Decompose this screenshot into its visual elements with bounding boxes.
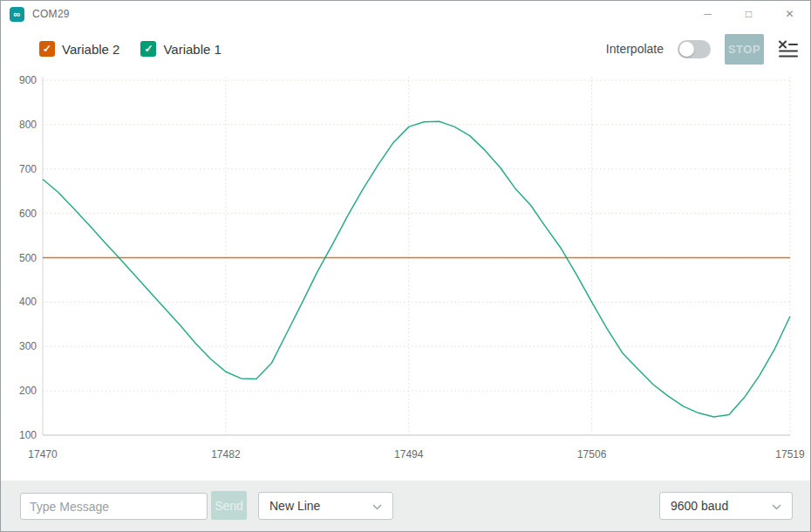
variable-1-checkbox[interactable]: ✓ xyxy=(140,41,156,57)
svg-text:900: 900 xyxy=(19,74,37,86)
maximize-icon[interactable]: □ xyxy=(728,1,769,27)
titlebar: ∞ COM29 ─ □ ✕ xyxy=(1,1,810,27)
window-controls: ─ □ ✕ xyxy=(687,1,810,27)
plot-area: 9008007006005004003002001001747017482174… xyxy=(1,71,811,482)
svg-text:800: 800 xyxy=(19,119,37,131)
svg-text:400: 400 xyxy=(19,296,37,308)
minimize-icon[interactable]: ─ xyxy=(687,1,728,27)
svg-text:17506: 17506 xyxy=(577,448,607,460)
baud-rate-value: 9600 baud xyxy=(671,499,728,513)
svg-text:700: 700 xyxy=(19,163,37,175)
clear-chart-icon[interactable] xyxy=(778,40,798,58)
legend-item-variable-2[interactable]: ✓ Variable 2 xyxy=(39,41,119,57)
svg-text:200: 200 xyxy=(19,385,37,397)
chevron-down-icon xyxy=(772,499,781,513)
toolbar: ✓ Variable 2 ✓ Variable 1 Interpolate ST… xyxy=(1,27,810,71)
line-ending-select[interactable]: New Line xyxy=(258,492,393,520)
svg-text:17494: 17494 xyxy=(394,448,424,460)
svg-text:500: 500 xyxy=(19,252,37,264)
interpolate-label: Interpolate xyxy=(606,42,664,56)
checkmark-icon: ✓ xyxy=(43,44,51,54)
chevron-down-icon xyxy=(372,499,382,513)
legend-item-variable-1[interactable]: ✓ Variable 1 xyxy=(140,41,221,57)
send-button[interactable]: Send xyxy=(211,491,247,520)
svg-text:17470: 17470 xyxy=(28,448,58,460)
baud-rate-select[interactable]: 9600 baud xyxy=(659,492,793,520)
line-ending-value: New Line xyxy=(269,499,320,513)
variable-1-label: Variable 1 xyxy=(163,42,221,57)
window-title: COM29 xyxy=(32,8,70,20)
stop-button[interactable]: STOP xyxy=(725,34,764,65)
svg-text:17482: 17482 xyxy=(211,448,241,460)
close-icon[interactable]: ✕ xyxy=(769,1,810,27)
message-bar: Send New Line 9600 baud xyxy=(1,481,810,531)
serial-plotter-window: ∞ COM29 ─ □ ✕ ✓ Variable 2 ✓ Variable 1 … xyxy=(0,0,811,532)
svg-text:17519: 17519 xyxy=(775,448,805,460)
checkmark-icon: ✓ xyxy=(144,44,153,54)
toolbar-right: Interpolate STOP xyxy=(606,27,798,71)
toggle-knob xyxy=(679,42,694,57)
svg-text:100: 100 xyxy=(19,429,37,441)
svg-text:600: 600 xyxy=(19,208,37,220)
arduino-app-icon: ∞ xyxy=(10,7,24,22)
legend: ✓ Variable 2 ✓ Variable 1 xyxy=(39,41,221,57)
variable-2-checkbox[interactable]: ✓ xyxy=(39,41,55,57)
interpolate-toggle[interactable] xyxy=(678,40,711,58)
chart-canvas: 9008007006005004003002001001747017482174… xyxy=(1,71,811,482)
variable-2-label: Variable 2 xyxy=(62,42,119,57)
svg-text:300: 300 xyxy=(19,340,37,352)
message-input[interactable] xyxy=(20,493,208,520)
